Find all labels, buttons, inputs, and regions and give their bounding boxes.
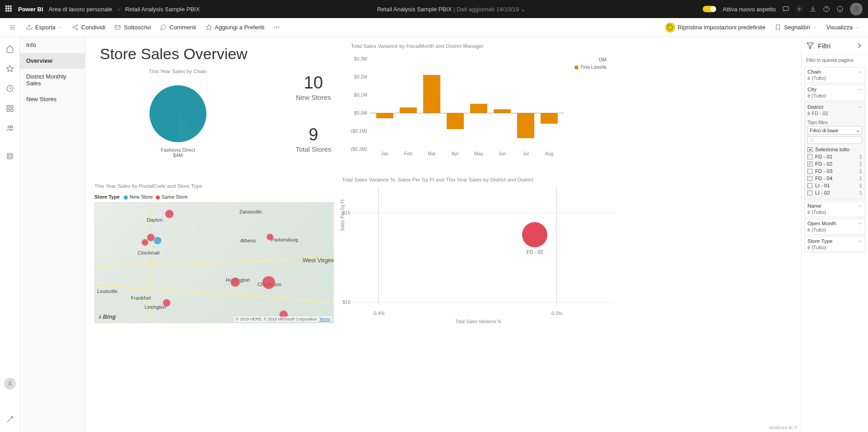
reset-button[interactable]: Ripristina impostazioni predefinite bbox=[662, 20, 769, 35]
svg-point-11 bbox=[278, 27, 279, 28]
svg-rect-8 bbox=[115, 25, 120, 29]
breadcrumb-separator: › bbox=[118, 6, 120, 13]
filter-card[interactable]: Store Typeè (Tutto) bbox=[804, 236, 865, 252]
pie-visual[interactable]: This Year Sales by Chain Fashions Direct… bbox=[94, 69, 261, 158]
filter-option[interactable]: FD - 021 bbox=[807, 160, 862, 167]
header-report-title: Retail Analysis Sample PBIX bbox=[377, 6, 452, 13]
subscribe-button[interactable]: Sottoscrivi bbox=[111, 21, 154, 33]
svg-rect-16 bbox=[10, 109, 13, 111]
scatter-point-label: FD - 02 bbox=[527, 249, 543, 255]
chevron-down-icon[interactable] bbox=[857, 204, 862, 209]
svg-rect-13 bbox=[7, 105, 9, 107]
share-button[interactable]: Condividi bbox=[68, 21, 109, 33]
breadcrumb-workspace[interactable]: Area di lavoro personale bbox=[49, 6, 112, 13]
filter-search-input[interactable] bbox=[807, 136, 862, 144]
scatter-title: Total Sales Variance %, Sales Per Sq Ft … bbox=[338, 177, 618, 182]
svg-point-10 bbox=[276, 27, 277, 28]
filter-card[interactable]: Open Monthè (Tutto) bbox=[804, 218, 865, 235]
more-button[interactable] bbox=[270, 21, 284, 33]
page-title: Store Sales Overview bbox=[100, 45, 247, 63]
page-nav-item[interactable]: District Monthly Sales bbox=[20, 69, 85, 91]
svg-point-21 bbox=[9, 381, 11, 384]
svg-rect-19 bbox=[7, 153, 13, 159]
filters-section-label: Filtri in questa pagina bbox=[802, 55, 868, 65]
chevron-down-icon[interactable] bbox=[857, 221, 862, 226]
svg-point-3 bbox=[837, 6, 843, 12]
svg-point-23 bbox=[811, 139, 813, 141]
filter-option[interactable]: LI - 011 bbox=[807, 182, 862, 189]
map-terms-link[interactable]: Terms bbox=[319, 317, 331, 321]
page-nav-item[interactable]: Info bbox=[20, 37, 85, 53]
chat-icon[interactable] bbox=[782, 5, 789, 13]
map-visual[interactable]: Dayton Cincinnati Zanesville Athens Park… bbox=[94, 202, 334, 323]
hamburger-button[interactable] bbox=[5, 21, 20, 33]
filter-type-select[interactable]: Filtro di base⌄ bbox=[807, 126, 862, 135]
rail-shared-icon[interactable] bbox=[0, 120, 20, 136]
filters-pane: Filtri Filtri in questa pagina Chainè (T… bbox=[801, 37, 868, 432]
left-nav-rail bbox=[0, 37, 20, 432]
filter-card[interactable]: Cityè (Tutto) bbox=[804, 84, 865, 101]
report-attribution: obviEnce llc © bbox=[769, 425, 798, 430]
svg-rect-20 bbox=[9, 155, 11, 158]
kpi-new-stores[interactable]: 10 New Stores bbox=[284, 73, 343, 101]
bar-visual[interactable]: Total Sales Variance by FiscalMonth and … bbox=[347, 43, 609, 165]
brand-label: Power BI bbox=[18, 6, 43, 13]
bookmarks-button[interactable]: Segnalibri bbox=[771, 21, 821, 33]
app-launcher-icon[interactable] bbox=[5, 5, 13, 13]
rail-expand-icon[interactable] bbox=[0, 411, 20, 427]
filter-option[interactable]: LI - 021 bbox=[807, 189, 862, 196]
rail-recent-icon[interactable] bbox=[0, 80, 20, 97]
help-icon[interactable] bbox=[823, 5, 830, 13]
chevron-down-icon[interactable] bbox=[857, 87, 862, 92]
rail-home-icon[interactable] bbox=[0, 41, 20, 57]
gear-icon[interactable] bbox=[796, 5, 803, 13]
bing-logo: ♭ Bing bbox=[98, 313, 116, 320]
download-icon[interactable] bbox=[809, 5, 817, 13]
chevron-up-icon[interactable] bbox=[857, 105, 862, 110]
header-center: Retail Analysis Sample PBIX | Dati aggio… bbox=[205, 6, 697, 13]
kpi-label: Total Stores bbox=[284, 145, 343, 153]
svg-point-5 bbox=[76, 25, 78, 26]
chevron-right-icon[interactable] bbox=[855, 42, 863, 50]
header-updated[interactable]: | Dati aggiornati 14/10/19 ⌄ bbox=[453, 6, 526, 13]
rail-user-avatar[interactable] bbox=[4, 378, 16, 390]
svg-point-4 bbox=[855, 7, 857, 9]
report-canvas: Store Sales Overview This Year Sales by … bbox=[85, 37, 801, 432]
comments-button[interactable]: Commenti bbox=[156, 21, 200, 33]
scatter-visual[interactable]: Total Sales Variance %, Sales Per Sq Ft … bbox=[338, 177, 618, 326]
favorite-button[interactable]: Aggiungi a Preferiti bbox=[202, 21, 268, 33]
svg-point-7 bbox=[76, 28, 78, 30]
filters-title: Filtri bbox=[818, 42, 852, 50]
new-look-label: Attiva nuovo aspetto bbox=[723, 6, 776, 13]
export-button[interactable]: Esporta bbox=[22, 21, 66, 33]
map-attribution: © 2019 HERE, © 2019 Microsoft Corporatio… bbox=[234, 316, 331, 322]
view-button[interactable]: Visualizza bbox=[823, 21, 863, 33]
filter-card[interactable]: Districtè FD - 02Tipo filtroFiltro di ba… bbox=[804, 102, 865, 200]
svg-point-18 bbox=[10, 126, 13, 128]
new-look-toggle[interactable] bbox=[703, 6, 716, 12]
scatter-y-axis-title: Sales Per Sq Ft bbox=[340, 200, 345, 231]
filter-card[interactable]: Nameè (Tutto) bbox=[804, 201, 865, 217]
global-header: Power BI Area di lavoro personale › Reta… bbox=[0, 0, 868, 18]
filter-select-all[interactable]: Seleziona tutto bbox=[807, 146, 862, 153]
rail-workspaces-icon[interactable] bbox=[0, 148, 20, 164]
svg-rect-0 bbox=[783, 7, 789, 11]
chevron-down-icon[interactable] bbox=[857, 239, 862, 244]
filter-option[interactable]: FD - 011 bbox=[807, 153, 862, 160]
chevron-down-icon[interactable] bbox=[857, 70, 862, 74]
kpi-total-stores[interactable]: 9 Total Stores bbox=[284, 125, 343, 153]
rail-apps-icon[interactable] bbox=[0, 100, 20, 116]
filter-card[interactable]: Chainè (Tutto) bbox=[804, 67, 865, 83]
smile-icon[interactable] bbox=[836, 5, 844, 13]
page-nav: InfoOverviewDistrict Monthly SalesNew St… bbox=[20, 37, 85, 432]
user-avatar[interactable] bbox=[850, 3, 863, 15]
scatter-point bbox=[522, 222, 547, 247]
breadcrumb-report[interactable]: Retail Analysis Sample PBIX bbox=[125, 6, 200, 13]
page-nav-item[interactable]: Overview bbox=[20, 53, 85, 69]
filter-option[interactable]: FD - 041 bbox=[807, 175, 862, 182]
rail-favorites-icon[interactable] bbox=[0, 60, 20, 77]
scatter-x-axis-title: Total Sales Variance % bbox=[455, 319, 501, 324]
filter-option[interactable]: FD - 031 bbox=[807, 167, 862, 175]
page-nav-item[interactable]: New Stores bbox=[20, 91, 85, 107]
bar-legend: DM Tina Lassila bbox=[574, 57, 607, 70]
